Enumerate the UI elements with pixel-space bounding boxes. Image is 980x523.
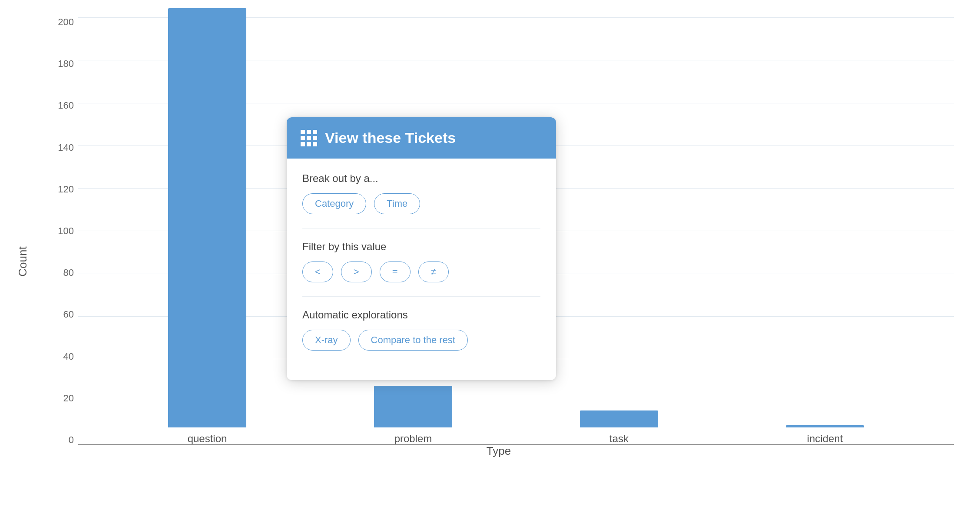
- bar-group: question: [104, 8, 310, 445]
- bar[interactable]: [374, 386, 452, 427]
- exploration-button[interactable]: Compare to the rest: [358, 330, 468, 351]
- y-tick-value: 40: [63, 352, 74, 361]
- y-tick-value: 60: [63, 310, 74, 319]
- y-ticks: 200180160140120100806040200: [43, 17, 78, 445]
- bar[interactable]: [786, 425, 864, 427]
- grid-icon: [301, 130, 317, 146]
- bar[interactable]: [580, 410, 658, 427]
- y-tick-value: 0: [69, 435, 74, 445]
- filter-button[interactable]: ≠: [418, 262, 449, 282]
- y-tick-value: 20: [63, 394, 74, 403]
- bar-label: task: [609, 433, 629, 445]
- filter-button[interactable]: <: [302, 262, 333, 282]
- bar-label: incident: [807, 433, 843, 445]
- y-tick-value: 100: [58, 226, 74, 236]
- section2-buttons: <>=≠: [302, 262, 540, 282]
- y-tick-value: 160: [58, 101, 74, 110]
- bar-group: problem: [310, 386, 516, 445]
- divider1: [302, 228, 540, 228]
- divider2: [302, 296, 540, 297]
- popup-header: View these Tickets: [287, 117, 556, 159]
- popup-title: View these Tickets: [325, 129, 456, 146]
- filter-button[interactable]: >: [341, 262, 372, 282]
- section1-buttons: CategoryTime: [302, 193, 540, 214]
- y-axis-label: Count: [16, 246, 30, 276]
- y-tick-value: 180: [58, 59, 74, 69]
- popup: View these Tickets Break out by a... Cat…: [287, 117, 556, 380]
- breakout-button[interactable]: Time: [374, 193, 420, 214]
- exploration-button[interactable]: X-ray: [302, 330, 351, 351]
- x-axis-label: Type: [487, 444, 511, 458]
- y-tick-value: 140: [58, 143, 74, 152]
- y-tick-value: 200: [58, 17, 74, 27]
- y-tick-value: 80: [63, 268, 74, 278]
- section3-title: Automatic explorations: [302, 309, 540, 321]
- popup-body: Break out by a... CategoryTime Filter by…: [287, 159, 556, 380]
- filter-button[interactable]: =: [380, 262, 411, 282]
- chart-container: Count 200180160140120100806040200 questi…: [0, 0, 980, 523]
- bar-group: task: [516, 410, 722, 445]
- bar[interactable]: [168, 8, 246, 427]
- bar-group: incident: [722, 425, 928, 445]
- bar-label: question: [188, 433, 227, 445]
- y-tick-value: 120: [58, 185, 74, 194]
- section3-buttons: X-rayCompare to the rest: [302, 330, 540, 351]
- section2-title: Filter by this value: [302, 241, 540, 253]
- bar-label: problem: [394, 433, 432, 445]
- section1-title: Break out by a...: [302, 172, 540, 185]
- breakout-button[interactable]: Category: [302, 193, 366, 214]
